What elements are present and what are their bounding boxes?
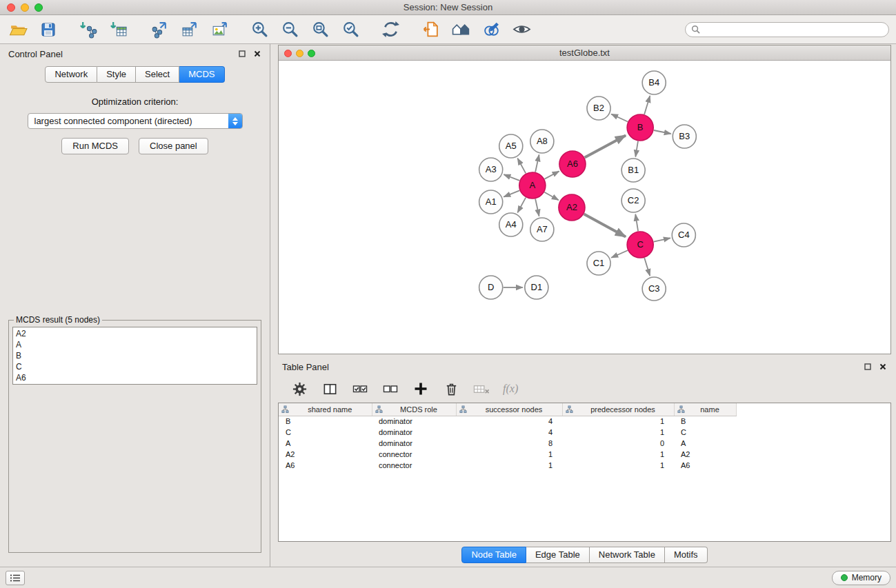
open-recent-button[interactable] — [419, 19, 441, 41]
graph-edge-A-A8[interactable] — [535, 155, 539, 172]
graph-edge-A-A3[interactable] — [504, 174, 519, 181]
delete-table-button[interactable] — [472, 380, 490, 398]
apply-layout-button[interactable] — [379, 19, 401, 41]
graph-node-A1[interactable]: A1 — [479, 190, 503, 214]
graph-edge-C-C4[interactable] — [654, 238, 670, 241]
table-cell[interactable]: 1 — [562, 427, 674, 438]
column-header-successor-nodes[interactable]: successor nodes — [456, 403, 562, 416]
graph-node-A4[interactable]: A4 — [499, 213, 523, 236]
table-cell[interactable]: 1 — [562, 460, 674, 471]
window-titlebar[interactable]: Session: New Session — [0, 0, 896, 15]
graph-node-D[interactable]: D — [479, 276, 503, 299]
table-cell[interactable]: 0 — [562, 438, 674, 449]
graph-node-C1[interactable]: C1 — [587, 252, 610, 275]
save-session-button[interactable] — [37, 19, 59, 41]
home-networks-button[interactable] — [450, 19, 472, 41]
tab-network-table[interactable]: Network Table — [590, 547, 665, 563]
search-field[interactable] — [685, 22, 889, 37]
network-zoom-button[interactable] — [308, 50, 315, 57]
import-table-button[interactable] — [108, 19, 130, 41]
graph-edge-B-B4[interactable] — [644, 96, 650, 114]
tab-node-table[interactable]: Node Table — [461, 547, 526, 563]
table-settings-button[interactable] — [290, 380, 308, 398]
export-network-button[interactable] — [148, 19, 170, 41]
graph-edge-A6-B[interactable] — [585, 135, 626, 157]
table-cell[interactable]: B — [279, 416, 372, 427]
zoom-window-button[interactable] — [34, 3, 43, 12]
table-cell[interactable]: A2 — [279, 449, 372, 460]
network-canvas[interactable]: B4B2BB3A5A8A6A3B1AC2A1A2A4A7C4CC1DD1C3 — [279, 61, 890, 354]
table-cell[interactable]: C — [674, 427, 736, 438]
table-cell[interactable]: dominator — [372, 427, 456, 438]
function-builder-button[interactable]: f(x) — [503, 383, 518, 395]
graph-node-A6[interactable]: A6 — [559, 151, 586, 177]
deselect-all-rows-button[interactable] — [381, 380, 399, 398]
graph-node-C2[interactable]: C2 — [621, 189, 645, 212]
graph-edge-A-A7[interactable] — [535, 199, 539, 216]
graph-node-B1[interactable]: B1 — [621, 159, 645, 182]
graph-node-C3[interactable]: C3 — [642, 277, 666, 301]
import-network-button[interactable] — [77, 19, 99, 41]
table-cell[interactable]: C — [279, 427, 372, 438]
table-cell[interactable]: A6 — [279, 460, 372, 471]
zoom-out-button[interactable] — [279, 19, 301, 41]
minimize-window-button[interactable] — [21, 3, 29, 12]
tab-style[interactable]: Style — [97, 66, 136, 83]
graph-edge-A2-C[interactable] — [584, 214, 626, 237]
graph-node-A[interactable]: A — [519, 172, 546, 199]
delete-column-button[interactable] — [442, 380, 460, 398]
graph-node-A7[interactable]: A7 — [530, 218, 554, 241]
graph-node-A8[interactable]: A8 — [530, 130, 554, 153]
float-panel-button[interactable] — [238, 50, 246, 58]
table-row[interactable]: Adominator80A — [279, 438, 736, 449]
mcds-result-item[interactable]: A2 — [16, 328, 254, 339]
table-cell[interactable]: 4 — [456, 416, 562, 427]
graph-node-D1[interactable]: D1 — [525, 276, 548, 299]
run-mcds-button[interactable]: Run MCDS — [61, 138, 129, 154]
table-cell[interactable]: B — [674, 416, 736, 427]
mcds-result-list[interactable]: A2ABCA6 — [12, 327, 257, 385]
show-hide-details-button[interactable] — [510, 19, 532, 41]
node-table-container[interactable]: shared name MCDS role successor nodes — [278, 403, 891, 542]
table-cell[interactable]: 8 — [456, 438, 562, 449]
tab-select[interactable]: Select — [136, 66, 179, 83]
table-close-button[interactable] — [879, 363, 887, 371]
mcds-result-item[interactable]: A — [16, 339, 254, 350]
zoom-selected-button[interactable] — [339, 19, 361, 41]
graph-node-C4[interactable]: C4 — [672, 223, 695, 247]
graph-edge-B-B3[interactable] — [654, 130, 671, 134]
graph-edge-C-C3[interactable] — [644, 258, 650, 276]
graph-node-C[interactable]: C — [627, 232, 653, 258]
graph-edge-B-B1[interactable] — [635, 141, 638, 157]
annotations-button[interactable] — [480, 19, 502, 41]
column-header-predecessor-nodes[interactable]: predecessor nodes — [562, 403, 674, 416]
graph-edge-A-A1[interactable] — [504, 190, 519, 196]
table-cell[interactable]: 4 — [456, 427, 562, 438]
zoom-in-button[interactable] — [248, 19, 270, 41]
graph-node-A5[interactable]: A5 — [499, 134, 523, 158]
zoom-fit-button[interactable] — [309, 19, 331, 41]
memory-button[interactable]: Memory — [832, 571, 890, 585]
table-row[interactable]: Cdominator41C — [279, 427, 736, 438]
open-file-button[interactable] — [7, 19, 29, 41]
mcds-result-item[interactable]: C — [16, 361, 254, 372]
table-cell[interactable]: connector — [372, 449, 456, 460]
table-cell[interactable]: A — [674, 438, 736, 449]
show-column-panel-button[interactable] — [321, 380, 339, 398]
tab-edge-table[interactable]: Edge Table — [526, 547, 590, 563]
table-cell[interactable]: dominator — [372, 438, 456, 449]
search-input[interactable] — [704, 25, 883, 34]
graph-node-B4[interactable]: B4 — [642, 71, 666, 94]
close-panel-button-mcds[interactable]: Close panel — [139, 138, 208, 154]
mcds-result-item[interactable]: B — [16, 350, 254, 361]
table-row[interactable]: Bdominator41B — [279, 416, 736, 427]
column-header-mcds-role[interactable]: MCDS role — [372, 403, 456, 416]
table-cell[interactable]: A2 — [674, 449, 736, 460]
export-table-button[interactable] — [178, 19, 200, 41]
table-cell[interactable]: 1 — [562, 416, 674, 427]
tab-network[interactable]: Network — [45, 66, 97, 83]
graph-edge-A-A5[interactable] — [517, 159, 526, 174]
mcds-result-item[interactable]: A6 — [16, 372, 254, 383]
close-panel-button[interactable] — [253, 50, 261, 58]
column-header-name[interactable]: name — [674, 403, 736, 416]
